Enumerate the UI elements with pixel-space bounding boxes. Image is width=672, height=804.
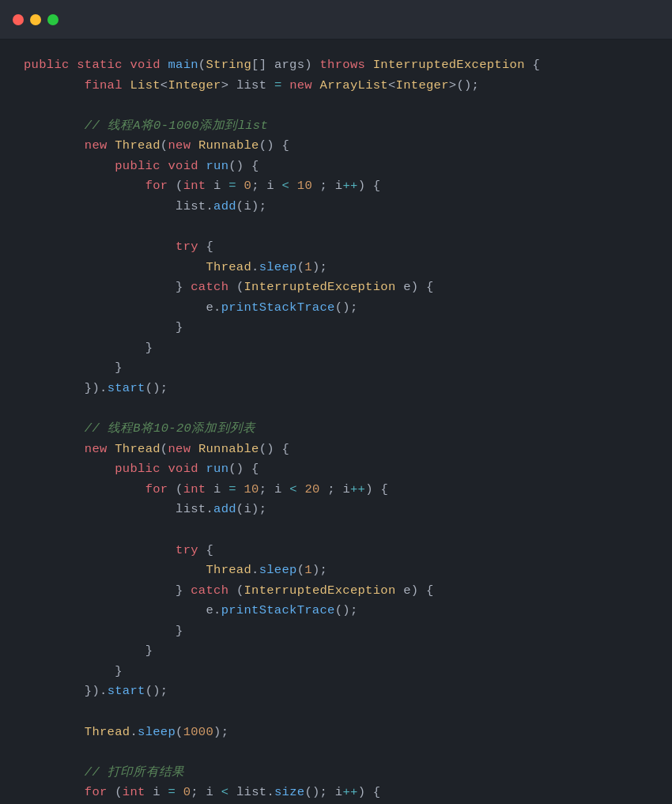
code-line-3: new Thread(new Runnable() { <box>24 136 648 157</box>
code-line-10: e.printStackTrace(); <box>24 298 648 319</box>
code-line-8: Thread.sleep(1); <box>24 258 648 278</box>
code-line-6: list.add(i); <box>24 197 648 217</box>
code-line-21: } catch (InterruptedException e) { <box>24 581 648 602</box>
code-line-blank6 <box>24 742 648 763</box>
code-line-12: } <box>24 338 648 359</box>
code-line-27: Thread.sleep(1000); <box>24 723 648 743</box>
code-line-24: } <box>24 641 648 662</box>
code-line-comment1: // 线程A将0-1000添加到list <box>24 116 648 137</box>
code-line-1: public static void main(String[] args) t… <box>24 55 648 76</box>
code-line-23: } <box>24 621 648 642</box>
code-line-comment2: // 线程B将10-20添加到列表 <box>24 419 648 440</box>
code-line-blank1 <box>24 96 648 116</box>
code-editor: public static void main(String[] args) t… <box>0 40 672 804</box>
code-line-9: } catch (InterruptedException e) { <box>24 277 648 298</box>
code-line-13: } <box>24 358 648 379</box>
minimize-button[interactable] <box>30 14 41 25</box>
code-line-blank5 <box>24 702 648 723</box>
code-line-15: new Thread(new Runnable() { <box>24 440 648 460</box>
code-line-comment3: // 打印所有结果 <box>24 763 648 783</box>
code-line-16: public void run() { <box>24 459 648 480</box>
code-line-blank2 <box>24 217 648 238</box>
code-line-25: } <box>24 662 648 682</box>
code-line-14: }).start(); <box>24 379 648 399</box>
code-line-19: try { <box>24 541 648 561</box>
code-line-20: Thread.sleep(1); <box>24 561 648 581</box>
code-line-22: e.printStackTrace(); <box>24 601 648 621</box>
code-line-5: for (int i = 0; i < 10 ; i++) { <box>24 176 648 197</box>
maximize-button[interactable] <box>47 14 59 25</box>
title-bar <box>0 0 672 40</box>
close-button[interactable] <box>13 14 24 25</box>
code-line-17: for (int i = 10; i < 20 ; i++) { <box>24 480 648 500</box>
code-line-blank3 <box>24 399 648 420</box>
code-line-18: list.add(i); <box>24 500 648 520</box>
code-line-28: for (int i = 0; i < list.size(); i++) { <box>24 783 648 803</box>
code-line-2: final List<Integer> list = new ArrayList… <box>24 76 648 96</box>
code-line-26: }).start(); <box>24 681 648 702</box>
code-line-7: try { <box>24 237 648 258</box>
code-line-blank4 <box>24 520 648 541</box>
code-line-11: } <box>24 318 648 338</box>
code-line-4: public void run() { <box>24 157 648 177</box>
